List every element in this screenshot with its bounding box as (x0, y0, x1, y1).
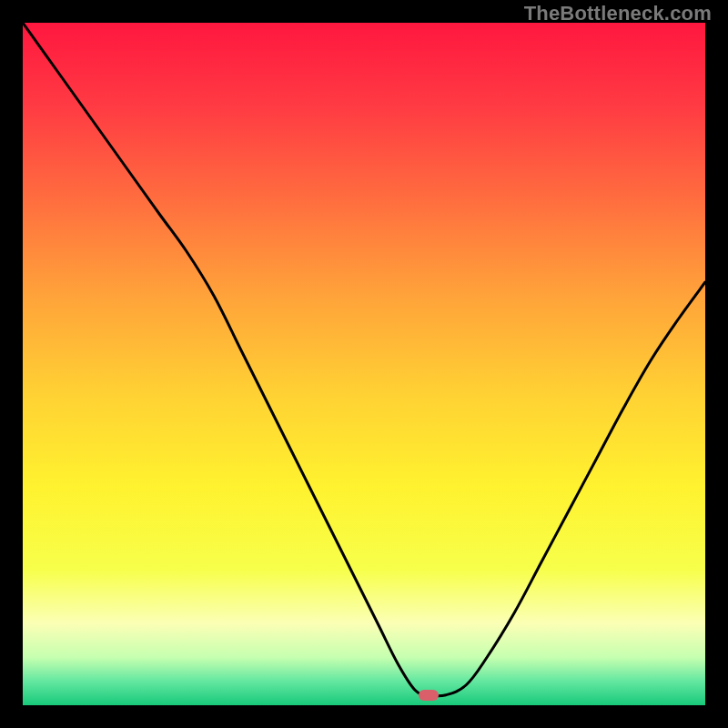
chart-frame: TheBottleneck.com (0, 0, 728, 728)
gradient-rect (23, 23, 705, 705)
optimal-point-marker (419, 690, 439, 701)
bottleneck-plot (23, 23, 705, 705)
